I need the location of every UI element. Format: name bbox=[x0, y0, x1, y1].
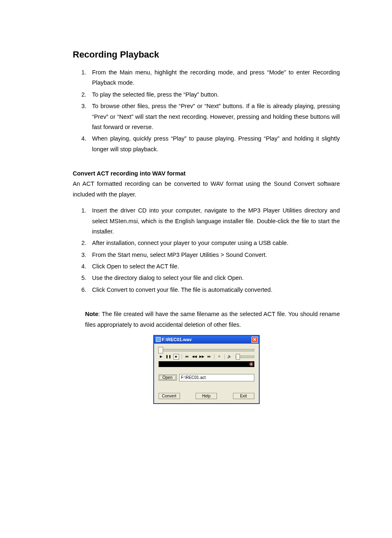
volume-slider[interactable] bbox=[235, 356, 254, 358]
mute-icon[interactable]: 🔇 bbox=[249, 362, 254, 366]
exit-button[interactable]: Exit bbox=[233, 393, 254, 399]
list-item: To browse other files, press the “Prev” … bbox=[88, 101, 340, 132]
fast-forward-icon[interactable]: ▶▶ bbox=[199, 354, 204, 359]
convert-subheading: Convert ACT recording into WAV format bbox=[73, 169, 340, 179]
open-button[interactable]: Open bbox=[159, 374, 177, 381]
close-icon: ✕ bbox=[253, 337, 256, 342]
speaker-icon[interactable]: 🔈 bbox=[227, 354, 232, 359]
app-icon bbox=[156, 337, 161, 342]
separator bbox=[224, 354, 225, 359]
list-item: When playing, quickly press “Play” to pa… bbox=[88, 134, 340, 155]
note-paragraph: Note: The file created will have the sam… bbox=[85, 309, 340, 330]
help-button[interactable]: Help bbox=[196, 393, 217, 399]
stop-icon[interactable]: ■ bbox=[173, 354, 179, 360]
play-icon[interactable]: ▶ bbox=[159, 354, 164, 359]
pause-icon[interactable]: ❚❚ bbox=[166, 354, 171, 359]
display-bar: 🔇 bbox=[159, 361, 254, 367]
list-item: From the Main menu, highlight the record… bbox=[88, 67, 340, 88]
list-item: After installation, connect your player … bbox=[88, 238, 340, 248]
list-item: Insert the driver CD into your computer,… bbox=[88, 206, 340, 237]
playlist-icon[interactable]: ≡ bbox=[217, 354, 222, 359]
skip-prev-icon[interactable]: ⏮ bbox=[184, 354, 189, 359]
playback-steps-list: From the Main menu, highlight the record… bbox=[76, 67, 340, 155]
separator bbox=[182, 354, 182, 359]
separator bbox=[214, 354, 214, 359]
convert-intro: An ACT formatted recording can be conver… bbox=[73, 179, 340, 200]
close-button[interactable]: ✕ bbox=[251, 337, 258, 343]
note-label: Note bbox=[85, 311, 98, 317]
convert-steps-list: Insert the driver CD into your computer,… bbox=[76, 206, 340, 295]
convert-button[interactable]: Convert bbox=[159, 393, 180, 399]
volume-thumb[interactable] bbox=[236, 354, 240, 360]
list-item: Click Convert to convert your file. The … bbox=[88, 285, 340, 295]
page-heading: Recording Playback bbox=[73, 49, 340, 60]
skip-next-icon[interactable]: ⏭ bbox=[207, 354, 212, 359]
window-titlebar[interactable]: F:\REC01.wav ✕ bbox=[154, 336, 259, 344]
sound-convert-window: F:\REC01.wav ✕ ▶ ❚❚ ■ ⏮ ◀◀ ▶▶ ⏭ ≡ bbox=[153, 335, 260, 404]
note-body: : The file created will have the same fi… bbox=[85, 311, 340, 328]
list-item: Use the directory dialog to select your … bbox=[88, 273, 340, 283]
window-title: F:\REC01.wav bbox=[162, 337, 192, 342]
seek-thumb[interactable] bbox=[158, 347, 163, 353]
rewind-icon[interactable]: ◀◀ bbox=[192, 354, 197, 359]
list-item: Click Open to select the ACT file. bbox=[88, 261, 340, 272]
file-path-field[interactable]: F:\REC01.act bbox=[179, 374, 254, 381]
list-item: To play the selected file, press the “Pl… bbox=[88, 90, 340, 100]
seek-slider[interactable] bbox=[159, 349, 254, 351]
list-item: From the Start menu, select MP3 Player U… bbox=[88, 250, 340, 260]
